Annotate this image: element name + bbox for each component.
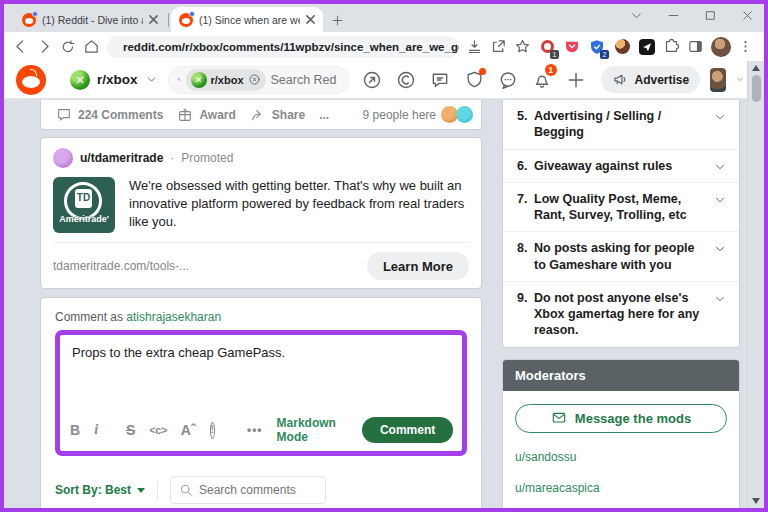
submit-comment-button[interactable]: Comment <box>362 417 453 443</box>
comment-as-label: Comment as atishrajasekharan <box>55 310 467 324</box>
side-panel-icon[interactable] <box>687 38 704 55</box>
tab-close-icon[interactable] <box>149 15 158 24</box>
award-icon <box>177 107 193 123</box>
moderators-header: Moderators <box>503 360 739 391</box>
tab-reddit-home[interactable]: (1) Reddit - Dive into anything <box>14 7 166 32</box>
mascot-extension-icon[interactable] <box>613 38 631 56</box>
bookmark-star-icon[interactable] <box>514 38 531 55</box>
scroll-down-arrow[interactable] <box>752 498 760 504</box>
message-the-mods-button[interactable]: Message the mods <box>515 404 727 433</box>
comment-bubble-icon <box>56 107 72 123</box>
rule-item[interactable]: 8. No posts asking for people to Gamesha… <box>503 232 739 282</box>
notification-count: 1 <box>545 64 557 76</box>
forward-icon[interactable] <box>36 38 53 55</box>
spoiler-button[interactable]: ! <box>210 422 215 439</box>
reddit-user-avatar[interactable] <box>710 68 725 92</box>
tab-separator <box>168 13 169 27</box>
moderator-link[interactable]: u/sandossu <box>515 450 727 464</box>
current-username-link[interactable]: atishrajasekharan <box>126 310 221 324</box>
close-window-icon[interactable] <box>741 9 754 22</box>
chevron-down-icon[interactable] <box>713 193 727 207</box>
ad-body-text: We're obsessed with getting better. That… <box>129 177 469 233</box>
new-tab-icon[interactable] <box>331 14 344 27</box>
advertiser-name[interactable]: u/tdameritrade <box>80 151 163 165</box>
share-page-icon[interactable] <box>490 38 507 55</box>
address-bar[interactable]: reddit.com/r/xbox/comments/11wpbzv/since… <box>107 36 459 58</box>
search-icon <box>177 72 181 87</box>
save-page-icon[interactable] <box>466 38 483 55</box>
pocket-extension-icon[interactable] <box>563 38 581 56</box>
tab-title: (1) Reddit - Dive into anything <box>42 14 143 26</box>
reddit-search-bar[interactable]: r/xbox <box>168 66 350 94</box>
italic-button[interactable]: i <box>94 422 98 438</box>
td-ameritrade-logo: TD Ameritrade' <box>53 177 115 233</box>
moderator-link[interactable]: u/mareacaspica <box>515 481 727 495</box>
chevron-down-icon[interactable] <box>713 292 727 306</box>
reload-icon[interactable] <box>60 39 76 55</box>
superscript-button[interactable]: Aˆ <box>181 422 196 438</box>
maximize-icon[interactable] <box>704 9 717 22</box>
chat-icon[interactable] <box>498 69 519 90</box>
browser-tab-bar: (1) Reddit - Dive into anything (1) Sinc… <box>4 4 764 32</box>
sort-by-dropdown[interactable]: Sort By: Best <box>55 483 145 497</box>
bold-button[interactable]: B <box>70 422 80 438</box>
url-text: reddit.com/r/xbox/comments/11wpbzv/since… <box>123 41 459 53</box>
ad-link[interactable]: tdameritrade.com/tools-... <box>53 259 189 273</box>
more-formatting-button[interactable]: ••• <box>247 423 263 437</box>
create-post-icon[interactable] <box>566 69 587 90</box>
notifications-bell-icon[interactable]: 1 <box>532 69 553 90</box>
strikethrough-button[interactable]: S <box>126 422 135 438</box>
reddit-header: r/xbox r/xbox 1 <box>4 61 764 99</box>
avatar <box>456 106 473 123</box>
tab-close-icon[interactable] <box>306 15 315 24</box>
scrollbar-thumb[interactable] <box>752 75 761 102</box>
chevron-down-icon[interactable] <box>713 110 727 124</box>
extension-icon[interactable]: 1 <box>538 38 556 56</box>
search-input[interactable] <box>271 73 341 87</box>
search-comments-box[interactable] <box>170 476 326 504</box>
shield-extension-icon[interactable]: 2 <box>588 38 606 56</box>
send-extension-icon[interactable] <box>638 38 656 56</box>
popular-icon[interactable] <box>362 69 383 90</box>
mod-shield-icon[interactable] <box>464 69 485 90</box>
chevron-down-icon[interactable] <box>713 242 727 256</box>
advertiser-avatar <box>53 148 73 168</box>
search-comments-input[interactable] <box>199 483 309 497</box>
xbox-community-icon <box>70 70 90 90</box>
reddit-favicon <box>22 13 36 27</box>
back-icon[interactable] <box>12 38 29 55</box>
comment-textarea[interactable]: Props to the extra cheap GamePass. <box>60 335 462 411</box>
rule-item[interactable]: 6. Giveaway against rules <box>503 150 739 183</box>
minimize-icon[interactable] <box>667 9 680 22</box>
learn-more-button[interactable]: Learn More <box>367 252 469 280</box>
tab-search-chevron-icon[interactable] <box>630 9 643 22</box>
award-button[interactable]: Award <box>170 103 242 127</box>
talk-icon[interactable] <box>430 69 451 90</box>
browser-toolbar: reddit.com/r/xbox/comments/11wpbzv/since… <box>4 32 764 61</box>
share-button[interactable]: Share <box>243 103 312 127</box>
page-scrollbar[interactable] <box>747 61 764 508</box>
markdown-mode-toggle[interactable]: Markdown Mode <box>277 416 336 444</box>
page-content: 224 Comments Award Share ... 9 people he… <box>4 99 764 508</box>
coins-icon[interactable] <box>396 69 417 90</box>
chevron-down-icon[interactable] <box>713 160 727 174</box>
tab-xbox-post[interactable]: (1) Since when are we getting fo <box>171 7 323 32</box>
home-icon[interactable] <box>83 38 100 55</box>
rule-item[interactable]: 7. Low Quality Post, Meme, Rant, Survey,… <box>503 183 739 233</box>
inline-code-button[interactable]: <c> <box>149 424 166 436</box>
advertise-button[interactable]: Advertise <box>601 66 701 93</box>
extensions-puzzle-icon[interactable] <box>663 38 680 55</box>
search-community-chip[interactable]: r/xbox <box>186 69 266 91</box>
community-selector[interactable]: r/xbox <box>70 70 158 90</box>
reddit-logo-icon[interactable] <box>16 65 46 95</box>
remove-chip-icon[interactable] <box>248 73 261 86</box>
chevron-down-icon[interactable] <box>736 73 744 86</box>
promoted-post[interactable]: u/tdameritrade · Promoted TD Ameritrade'… <box>40 137 482 289</box>
scroll-up-arrow[interactable] <box>752 65 760 71</box>
rule-item[interactable]: 5. Advertising / Selling / Begging <box>503 100 739 150</box>
browser-profile-avatar[interactable] <box>711 37 731 57</box>
rule-item[interactable]: 9. Do not post anyone else's Xbox gamert… <box>503 282 739 347</box>
comments-button[interactable]: 224 Comments <box>49 103 170 127</box>
chrome-menu-icon[interactable] <box>738 39 753 54</box>
more-options-button[interactable]: ... <box>312 104 336 126</box>
